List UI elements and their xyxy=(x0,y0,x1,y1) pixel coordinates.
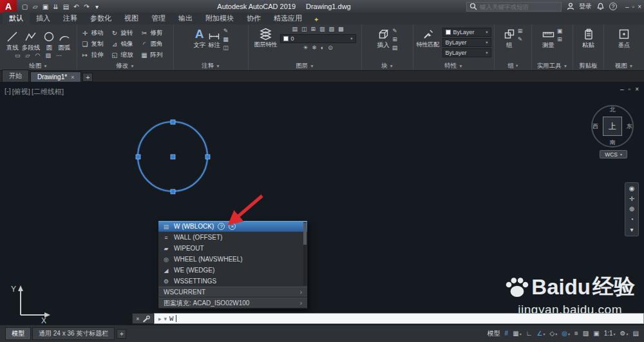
layer-tool-icon[interactable]: ▤ xyxy=(292,26,298,32)
draw-extra-icon[interactable]: ▭ xyxy=(15,53,21,59)
modify-tool[interactable]: ↻ 旋转 xyxy=(111,29,140,37)
property-dropdown[interactable]: ByLayer ▾ xyxy=(442,28,491,37)
layer-tool-icon[interactable]: ◫ xyxy=(301,26,307,32)
utility-extra-icon[interactable]: ⊞ xyxy=(557,37,562,43)
viewcube-west[interactable]: 西 xyxy=(592,122,598,131)
modify-tool[interactable]: ✂ 修剪 xyxy=(140,29,170,37)
ribbon-tab[interactable]: 插入 xyxy=(30,12,57,24)
zoom-icon[interactable]: ⊕ xyxy=(629,206,634,213)
match-properties-tool[interactable]: 特性匹配 xyxy=(417,26,440,48)
navbar-more-icon[interactable]: ▾ xyxy=(630,227,633,233)
close-command-line-icon[interactable]: × xyxy=(136,316,139,322)
group-extra-icon[interactable]: ⊞ xyxy=(518,28,523,34)
panel-title-utilities[interactable]: 实用工具▼ xyxy=(532,61,573,70)
utility-extra-icon[interactable]: ▣ xyxy=(557,28,563,34)
ortho-icon[interactable]: ∟ xyxy=(526,330,533,337)
layer-tool-icon[interactable]: ▥ xyxy=(319,26,325,32)
block-extra-icon[interactable]: ▤ xyxy=(392,45,398,51)
layer-tool-icon[interactable]: ☀ xyxy=(303,45,308,51)
undo-icon[interactable]: ↶ xyxy=(71,3,81,10)
panel-title-clipboard[interactable]: 剪贴板 xyxy=(573,61,603,70)
layer-tool-icon[interactable]: ❄ xyxy=(312,45,317,51)
panel-title-modify[interactable]: 修改▼ xyxy=(77,61,173,70)
command-suggestion[interactable]: ⚙ WSSETTINGS xyxy=(158,276,307,287)
signin-label[interactable]: 登录 xyxy=(579,2,592,11)
group-tool[interactable]: 组 xyxy=(504,26,515,48)
orbit-icon[interactable]: ◔ xyxy=(630,216,634,223)
command-input[interactable]: ▸ ▾ W xyxy=(154,313,644,324)
plot-icon[interactable]: ▤ xyxy=(61,3,71,10)
layer-tool-icon[interactable]: ▧ xyxy=(329,26,335,32)
layer-tool-icon[interactable]: ▩ xyxy=(338,26,344,32)
isodraft-icon[interactable]: ◇ ▾ xyxy=(549,330,557,337)
command-suggestion[interactable]: ▤ W (WBLOCK) ? × xyxy=(158,221,307,232)
modify-tool[interactable]: ◱ 缩放 xyxy=(111,51,140,59)
viewcube-east[interactable]: 东 xyxy=(627,122,632,131)
new-layout-button[interactable]: + xyxy=(117,329,126,339)
qat-dropdown-icon[interactable]: ▾ xyxy=(92,3,102,10)
ribbon-tab[interactable]: 输出 xyxy=(172,12,199,24)
help-badge-icon[interactable]: ? xyxy=(218,223,225,230)
account-icon[interactable] xyxy=(567,3,574,10)
selection-cycling-icon[interactable]: ▣ xyxy=(593,330,599,337)
property-dropdown[interactable]: ByLayer ▾ xyxy=(442,38,491,47)
text-tool[interactable]: A 文字 xyxy=(193,26,205,48)
block-extra-icon[interactable]: ⊞ xyxy=(392,37,397,43)
panel-title-groups[interactable]: 组▾ xyxy=(495,61,531,70)
command-suggestion[interactable]: ◎ WHEEL (NAVSWHEEL) xyxy=(158,254,307,265)
open-file-icon[interactable]: ▱ xyxy=(30,3,40,10)
ribbon-tab[interactable]: 附加模块 xyxy=(199,12,240,24)
osnap-icon[interactable]: ◎ ▾ xyxy=(562,330,570,337)
wcs-menu[interactable]: WCS ▾ xyxy=(600,150,627,158)
ribbon-tab[interactable]: 默认 xyxy=(3,12,30,24)
snap-icon[interactable]: ▦ ▾ xyxy=(513,330,521,337)
modify-tool[interactable]: ❏ 复制 xyxy=(81,40,111,48)
layer-tool-icon[interactable]: ⊞ xyxy=(310,26,316,32)
polyline-tool[interactable]: 多段线 xyxy=(22,29,41,51)
draw-extra-icon[interactable]: ▱ xyxy=(26,53,30,59)
ribbon-tab[interactable]: 管理 xyxy=(145,12,172,24)
steering-wheel-icon[interactable]: ◉ xyxy=(629,185,635,192)
draw-extra-icon[interactable]: ▨ xyxy=(45,53,51,59)
draw-extra-icon[interactable]: ◠ xyxy=(35,53,41,59)
help-search-box[interactable] xyxy=(466,2,562,12)
ribbon-tab[interactable]: 参数化 xyxy=(84,12,118,24)
file-tab[interactable]: 开始 xyxy=(2,70,29,82)
popup-scrollbar[interactable] xyxy=(303,222,307,285)
panel-title-view[interactable]: 视图▼ xyxy=(604,61,644,70)
viewcube[interactable]: 北 南 西 东 上 xyxy=(591,105,634,147)
popup-scrollbar-thumb[interactable] xyxy=(303,223,307,245)
pan-icon[interactable]: ✛ xyxy=(629,196,634,202)
suggestion-section-header[interactable]: WSCURRENT › xyxy=(158,287,307,298)
ribbon-tab[interactable]: 精选应用 xyxy=(267,12,308,24)
draw-extra-icon[interactable]: ⋯ xyxy=(56,53,62,59)
annotation-scale-toggle[interactable]: 1:1 ▾ xyxy=(604,330,616,337)
new-drawing-tab-button[interactable]: + xyxy=(82,73,93,82)
panel-title-draw[interactable]: 绘图▼ xyxy=(0,61,77,70)
ribbon-tab[interactable]: 注释 xyxy=(57,12,84,24)
viewcube-north[interactable]: 北 xyxy=(610,106,616,114)
dimension-tool[interactable]: 标注 xyxy=(208,26,220,48)
layer-properties-tool[interactable]: 图层特性 xyxy=(254,26,278,48)
panel-title-properties[interactable]: 特性▼ xyxy=(413,61,494,70)
viewcube-south[interactable]: 南 xyxy=(610,138,616,147)
paste-tool[interactable]: 粘贴 xyxy=(582,26,594,48)
redo-icon[interactable]: ↷ xyxy=(82,3,91,10)
command-suggestion[interactable]: ▰ WIPEOUT xyxy=(158,243,307,254)
help-icon[interactable]: ? xyxy=(609,3,617,10)
command-suggestion[interactable]: ◢ WE (WEDGE) xyxy=(158,265,307,276)
modify-tool[interactable]: ▦ 阵列 xyxy=(140,51,170,59)
layer-dropdown[interactable]: 0 ▾ xyxy=(280,34,356,43)
panel-title-block[interactable]: 块▼ xyxy=(362,61,413,70)
lineweight-icon[interactable]: ≡ xyxy=(574,330,578,337)
featured-apps-icon[interactable]: ✦ xyxy=(314,16,319,24)
bell-icon[interactable] xyxy=(596,3,605,10)
viewcube-top-face[interactable]: 上 xyxy=(603,117,622,136)
file-tab[interactable]: Drawing1* × xyxy=(30,71,81,82)
grid-icon[interactable]: # xyxy=(505,330,509,337)
search-input[interactable] xyxy=(480,3,554,10)
panel-title-annotate[interactable]: 注释▼ xyxy=(174,61,248,70)
layout-tab[interactable]: 通用 24 x 36 英寸标题栏 xyxy=(32,327,115,340)
modify-tool[interactable]: ⊿ 镜像 xyxy=(111,40,140,48)
modify-tool[interactable]: ↦ 拉伸 xyxy=(81,51,111,59)
